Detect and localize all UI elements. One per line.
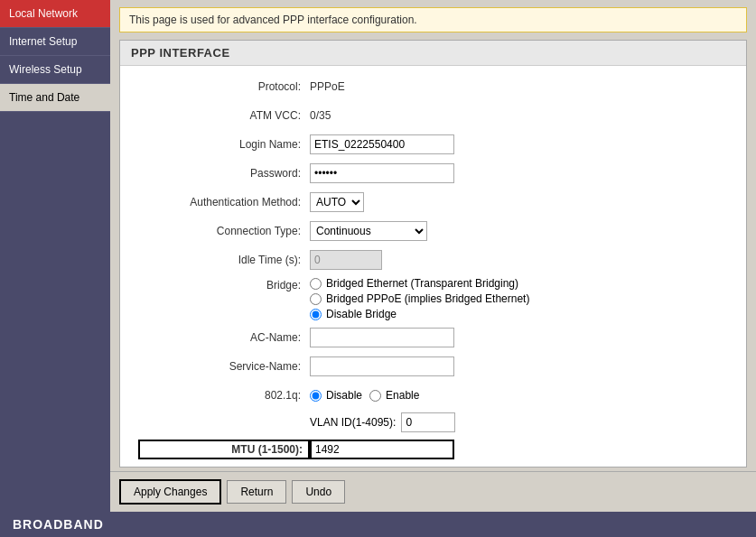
notice-bar: This page is used for advanced PPP inter… [119, 7, 747, 32]
bridge-option-2[interactable]: Bridged PPPoE (implies Bridged Ethernet) [310, 292, 529, 305]
protocol-value: PPPoE [310, 80, 345, 93]
mtu-label: MTU (1-1500): [138, 440, 310, 459]
protocol-row: Protocol: PPPoE [138, 75, 728, 98]
mtu-input[interactable] [310, 440, 454, 459]
ac-name-label: AC-Name: [138, 331, 310, 344]
vlan-row: 802.1q: Disable Enable [138, 384, 728, 407]
atm-row: ATM VCC: 0/35 [138, 104, 728, 127]
main-layout: Local Network Internet Setup Wireless Se… [0, 0, 756, 512]
panel-title: PPP INTERFACE [120, 41, 746, 66]
bridge-option-1[interactable]: Bridged Ethernet (Transparent Bridging) [310, 277, 529, 290]
atm-label: ATM VCC: [138, 109, 310, 122]
static-ip-row: Static IP: [138, 467, 728, 468]
vlan-label: 802.1q: [138, 389, 310, 402]
protocol-label: Protocol: [138, 80, 310, 93]
bridge-radio-2[interactable] [310, 293, 322, 305]
sidebar: Local Network Internet Setup Wireless Se… [0, 0, 110, 512]
service-name-row: Service-Name: [138, 355, 728, 378]
auth-row: Authentication Method: AUTO PAP CHAP [138, 190, 728, 214]
password-label: Password: [138, 167, 310, 180]
sidebar-item-time-and-date[interactable]: Time and Date [0, 84, 110, 112]
bridge-option-3[interactable]: Disable Bridge [310, 308, 529, 320]
idle-time-label: Idle Time (s): [138, 254, 310, 266]
content-area: This page is used for advanced PPP inter… [110, 0, 756, 512]
auth-label: Authentication Method: [138, 196, 310, 208]
vlan-enable-radio[interactable] [369, 390, 381, 402]
conn-type-row: Connection Type: Continuous Connect on D… [138, 219, 728, 243]
vlan-id-row: VLAN ID(1-4095): [310, 412, 728, 432]
vlan-disable-option[interactable]: Disable [310, 389, 362, 402]
conn-type-select[interactable]: Continuous Connect on Demand Manual [310, 221, 427, 241]
return-button[interactable]: Return [227, 480, 286, 504]
idle-time-row: Idle Time (s): [138, 248, 728, 272]
sidebar-item-wireless-setup[interactable]: Wireless Setup [0, 56, 110, 84]
login-input[interactable] [310, 134, 454, 154]
service-name-input[interactable] [310, 356, 454, 376]
footer: BROADBAND [0, 512, 756, 537]
mtu-row: MTU (1-1500): [138, 438, 728, 461]
ppp-interface-panel: PPP INTERFACE Protocol: PPPoE ATM VCC: 0… [119, 40, 747, 468]
sidebar-item-local-network[interactable]: Local Network [0, 0, 110, 28]
ac-name-row: AC-Name: [138, 326, 728, 349]
bridge-radio-3[interactable] [310, 309, 322, 320]
bridge-row: Bridge: Bridged Ethernet (Transparent Br… [138, 277, 728, 320]
vlan-id-label: VLAN ID(1-4095): [310, 416, 396, 429]
password-input[interactable] [310, 163, 454, 183]
undo-button[interactable]: Undo [292, 480, 345, 504]
vlan-enable-option[interactable]: Enable [369, 389, 419, 402]
bottom-bar: Apply Changes Return Undo [110, 471, 756, 512]
login-label: Login Name: [138, 138, 310, 151]
auth-select[interactable]: AUTO PAP CHAP [310, 192, 364, 212]
vlan-id-input[interactable] [401, 412, 455, 432]
vlan-options: Disable Enable [310, 389, 419, 402]
vlan-disable-radio[interactable] [310, 390, 322, 402]
apply-changes-button[interactable]: Apply Changes [119, 479, 221, 505]
bridge-radio-group: Bridged Ethernet (Transparent Bridging) … [310, 277, 529, 320]
login-row: Login Name: [138, 133, 728, 156]
service-name-label: Service-Name: [138, 360, 310, 373]
conn-type-label: Connection Type: [138, 225, 310, 237]
app-container: Local Network Internet Setup Wireless Se… [0, 0, 756, 537]
ac-name-input[interactable] [310, 328, 454, 347]
form-area: Protocol: PPPoE ATM VCC: 0/35 Login Name… [120, 66, 746, 468]
bridge-label: Bridge: [138, 277, 310, 292]
bridge-radio-1[interactable] [310, 278, 322, 290]
sidebar-item-internet-setup[interactable]: Internet Setup [0, 28, 110, 56]
atm-value: 0/35 [310, 109, 331, 122]
password-row: Password: [138, 162, 728, 185]
idle-time-input[interactable] [310, 250, 382, 270]
